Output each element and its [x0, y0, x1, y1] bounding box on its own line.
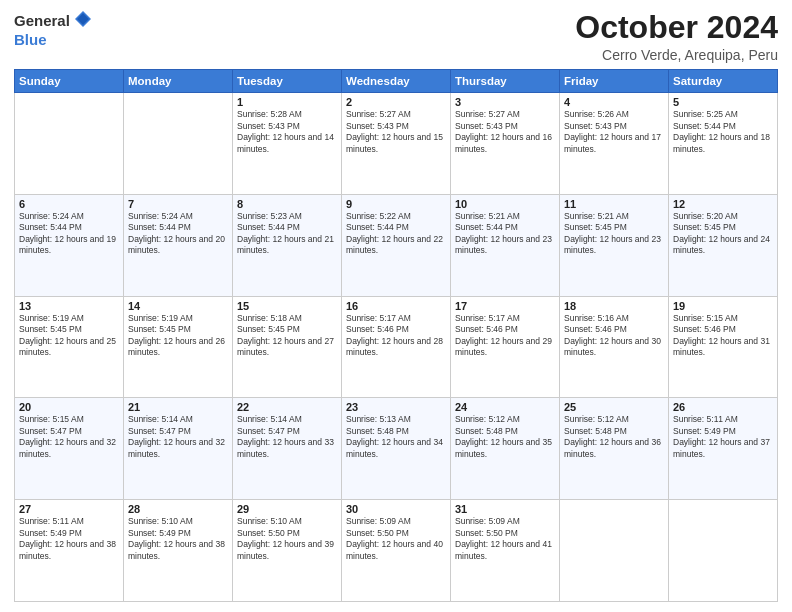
daylight-text: Daylight: 12 hours and 27 minutes. — [237, 336, 334, 357]
daylight-text: Daylight: 12 hours and 32 minutes. — [19, 437, 116, 458]
calendar-body: 1Sunrise: 5:28 AMSunset: 5:43 PMDaylight… — [15, 93, 778, 602]
sunset-text: Sunset: 5:45 PM — [19, 324, 82, 334]
table-row: 9Sunrise: 5:22 AMSunset: 5:44 PMDaylight… — [342, 194, 451, 296]
sunset-text: Sunset: 5:46 PM — [346, 324, 409, 334]
daylight-text: Daylight: 12 hours and 40 minutes. — [346, 539, 443, 560]
day-info: Sunrise: 5:10 AMSunset: 5:50 PMDaylight:… — [237, 516, 337, 562]
table-row: 8Sunrise: 5:23 AMSunset: 5:44 PMDaylight… — [233, 194, 342, 296]
daylight-text: Daylight: 12 hours and 25 minutes. — [19, 336, 116, 357]
table-row: 1Sunrise: 5:28 AMSunset: 5:43 PMDaylight… — [233, 93, 342, 195]
sunset-text: Sunset: 5:44 PM — [19, 222, 82, 232]
sunrise-text: Sunrise: 5:10 AM — [128, 516, 193, 526]
day-number: 19 — [673, 300, 773, 312]
sunrise-text: Sunrise: 5:19 AM — [19, 313, 84, 323]
header-tuesday: Tuesday — [233, 70, 342, 93]
day-info: Sunrise: 5:15 AMSunset: 5:46 PMDaylight:… — [673, 313, 773, 359]
daylight-text: Daylight: 12 hours and 39 minutes. — [237, 539, 334, 560]
sunrise-text: Sunrise: 5:22 AM — [346, 211, 411, 221]
day-info: Sunrise: 5:11 AMSunset: 5:49 PMDaylight:… — [673, 414, 773, 460]
sunset-text: Sunset: 5:48 PM — [346, 426, 409, 436]
day-info: Sunrise: 5:27 AMSunset: 5:43 PMDaylight:… — [346, 109, 446, 155]
table-row: 26Sunrise: 5:11 AMSunset: 5:49 PMDayligh… — [669, 398, 778, 500]
day-info: Sunrise: 5:28 AMSunset: 5:43 PMDaylight:… — [237, 109, 337, 155]
header-friday: Friday — [560, 70, 669, 93]
sunset-text: Sunset: 5:45 PM — [673, 222, 736, 232]
weekday-header-row: Sunday Monday Tuesday Wednesday Thursday… — [15, 70, 778, 93]
table-row: 3Sunrise: 5:27 AMSunset: 5:43 PMDaylight… — [451, 93, 560, 195]
sunset-text: Sunset: 5:48 PM — [564, 426, 627, 436]
day-number: 27 — [19, 503, 119, 515]
daylight-text: Daylight: 12 hours and 22 minutes. — [346, 234, 443, 255]
daylight-text: Daylight: 12 hours and 26 minutes. — [128, 336, 225, 357]
calendar-week-row: 6Sunrise: 5:24 AMSunset: 5:44 PMDaylight… — [15, 194, 778, 296]
table-row — [124, 93, 233, 195]
sunset-text: Sunset: 5:48 PM — [455, 426, 518, 436]
day-number: 31 — [455, 503, 555, 515]
table-row: 19Sunrise: 5:15 AMSunset: 5:46 PMDayligh… — [669, 296, 778, 398]
day-info: Sunrise: 5:12 AMSunset: 5:48 PMDaylight:… — [564, 414, 664, 460]
sunset-text: Sunset: 5:49 PM — [673, 426, 736, 436]
day-number: 2 — [346, 96, 446, 108]
table-row: 24Sunrise: 5:12 AMSunset: 5:48 PMDayligh… — [451, 398, 560, 500]
sunset-text: Sunset: 5:50 PM — [237, 528, 300, 538]
sunrise-text: Sunrise: 5:09 AM — [455, 516, 520, 526]
table-row — [669, 500, 778, 602]
daylight-text: Daylight: 12 hours and 35 minutes. — [455, 437, 552, 458]
sunrise-text: Sunrise: 5:14 AM — [237, 414, 302, 424]
table-row: 22Sunrise: 5:14 AMSunset: 5:47 PMDayligh… — [233, 398, 342, 500]
day-number: 5 — [673, 96, 773, 108]
daylight-text: Daylight: 12 hours and 37 minutes. — [673, 437, 770, 458]
table-row: 17Sunrise: 5:17 AMSunset: 5:46 PMDayligh… — [451, 296, 560, 398]
day-info: Sunrise: 5:14 AMSunset: 5:47 PMDaylight:… — [237, 414, 337, 460]
daylight-text: Daylight: 12 hours and 16 minutes. — [455, 132, 552, 153]
sunrise-text: Sunrise: 5:23 AM — [237, 211, 302, 221]
table-row: 15Sunrise: 5:18 AMSunset: 5:45 PMDayligh… — [233, 296, 342, 398]
sunset-text: Sunset: 5:49 PM — [128, 528, 191, 538]
header: General Blue October 2024 Cerro Verde, A… — [14, 10, 778, 63]
table-row: 16Sunrise: 5:17 AMSunset: 5:46 PMDayligh… — [342, 296, 451, 398]
day-info: Sunrise: 5:23 AMSunset: 5:44 PMDaylight:… — [237, 211, 337, 257]
sunset-text: Sunset: 5:44 PM — [455, 222, 518, 232]
table-row: 14Sunrise: 5:19 AMSunset: 5:45 PMDayligh… — [124, 296, 233, 398]
daylight-text: Daylight: 12 hours and 18 minutes. — [673, 132, 770, 153]
sunset-text: Sunset: 5:49 PM — [19, 528, 82, 538]
sunrise-text: Sunrise: 5:12 AM — [455, 414, 520, 424]
sunrise-text: Sunrise: 5:20 AM — [673, 211, 738, 221]
day-info: Sunrise: 5:21 AMSunset: 5:45 PMDaylight:… — [564, 211, 664, 257]
day-number: 13 — [19, 300, 119, 312]
sunrise-text: Sunrise: 5:11 AM — [19, 516, 84, 526]
day-info: Sunrise: 5:16 AMSunset: 5:46 PMDaylight:… — [564, 313, 664, 359]
daylight-text: Daylight: 12 hours and 24 minutes. — [673, 234, 770, 255]
day-info: Sunrise: 5:15 AMSunset: 5:47 PMDaylight:… — [19, 414, 119, 460]
day-info: Sunrise: 5:26 AMSunset: 5:43 PMDaylight:… — [564, 109, 664, 155]
sunrise-text: Sunrise: 5:27 AM — [346, 109, 411, 119]
sunset-text: Sunset: 5:43 PM — [346, 121, 409, 131]
day-info: Sunrise: 5:19 AMSunset: 5:45 PMDaylight:… — [19, 313, 119, 359]
day-info: Sunrise: 5:13 AMSunset: 5:48 PMDaylight:… — [346, 414, 446, 460]
sunrise-text: Sunrise: 5:24 AM — [19, 211, 84, 221]
day-number: 4 — [564, 96, 664, 108]
logo: General Blue — [14, 10, 92, 49]
sunrise-text: Sunrise: 5:12 AM — [564, 414, 629, 424]
title-block: October 2024 Cerro Verde, Arequipa, Peru — [575, 10, 778, 63]
day-number: 21 — [128, 401, 228, 413]
day-number: 11 — [564, 198, 664, 210]
daylight-text: Daylight: 12 hours and 31 minutes. — [673, 336, 770, 357]
table-row: 25Sunrise: 5:12 AMSunset: 5:48 PMDayligh… — [560, 398, 669, 500]
daylight-text: Daylight: 12 hours and 20 minutes. — [128, 234, 225, 255]
daylight-text: Daylight: 12 hours and 41 minutes. — [455, 539, 552, 560]
day-number: 29 — [237, 503, 337, 515]
sunrise-text: Sunrise: 5:28 AM — [237, 109, 302, 119]
logo-blue: Blue — [14, 32, 47, 49]
table-row: 12Sunrise: 5:20 AMSunset: 5:45 PMDayligh… — [669, 194, 778, 296]
daylight-text: Daylight: 12 hours and 19 minutes. — [19, 234, 116, 255]
day-number: 24 — [455, 401, 555, 413]
day-number: 10 — [455, 198, 555, 210]
table-row: 23Sunrise: 5:13 AMSunset: 5:48 PMDayligh… — [342, 398, 451, 500]
table-row: 29Sunrise: 5:10 AMSunset: 5:50 PMDayligh… — [233, 500, 342, 602]
day-info: Sunrise: 5:12 AMSunset: 5:48 PMDaylight:… — [455, 414, 555, 460]
table-row: 7Sunrise: 5:24 AMSunset: 5:44 PMDaylight… — [124, 194, 233, 296]
day-number: 30 — [346, 503, 446, 515]
sunrise-text: Sunrise: 5:19 AM — [128, 313, 193, 323]
calendar-table: Sunday Monday Tuesday Wednesday Thursday… — [14, 69, 778, 602]
